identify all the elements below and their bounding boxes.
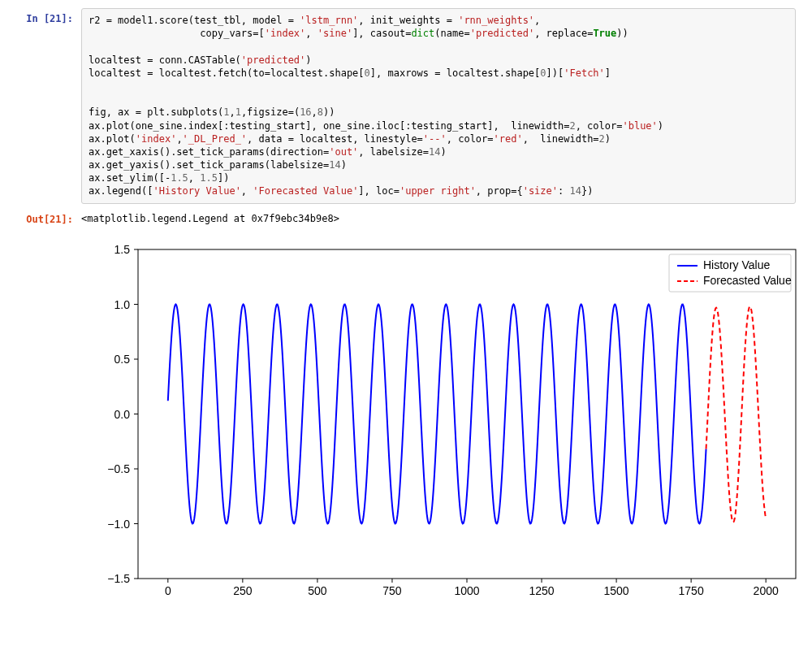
legend-label-history: History Value: [703, 258, 770, 271]
x-tick-label: 2000: [754, 584, 779, 597]
x-tick-label: 0: [165, 584, 171, 597]
output-text: <matplotlib.legend.Legend at 0x7f9ebc34b…: [81, 209, 796, 228]
history-line: [168, 304, 706, 523]
y-tick-label: 0.0: [114, 407, 131, 420]
x-tick-label: 1000: [454, 584, 479, 597]
x-tick-label: 1750: [679, 584, 704, 597]
input-cell: In [21]: r2 = model1.score(test_tbl, mod…: [16, 8, 796, 204]
x-tick-label: 750: [382, 584, 402, 597]
forecast-line: [706, 306, 767, 522]
plot-border: [138, 249, 796, 579]
line-chart: −1.5−1.0−0.50.00.51.01.50250500750100012…: [81, 233, 812, 615]
in-prompt: In [21]:: [16, 8, 81, 24]
y-tick-label: 1.5: [114, 243, 131, 256]
x-tick-label: 1250: [529, 584, 554, 597]
y-tick-label: −1.0: [107, 517, 130, 530]
x-tick-label: 250: [233, 584, 253, 597]
y-tick-label: −0.5: [107, 462, 130, 475]
y-tick-label: −1.5: [107, 572, 130, 585]
x-tick-label: 500: [308, 584, 327, 597]
chart-output: −1.5−1.0−0.50.00.51.01.50250500750100012…: [81, 233, 796, 615]
out-prompt: Out[21]:: [16, 209, 81, 225]
output-cell: Out[21]: <matplotlib.legend.Legend at 0x…: [16, 209, 796, 228]
x-tick-label: 1500: [604, 584, 629, 597]
y-tick-label: 1.0: [114, 297, 131, 310]
code-cell[interactable]: r2 = model1.score(test_tbl, model = 'lst…: [81, 8, 796, 204]
y-tick-label: 0.5: [114, 353, 131, 366]
legend-label-forecast: Forecasted Value: [703, 274, 792, 287]
